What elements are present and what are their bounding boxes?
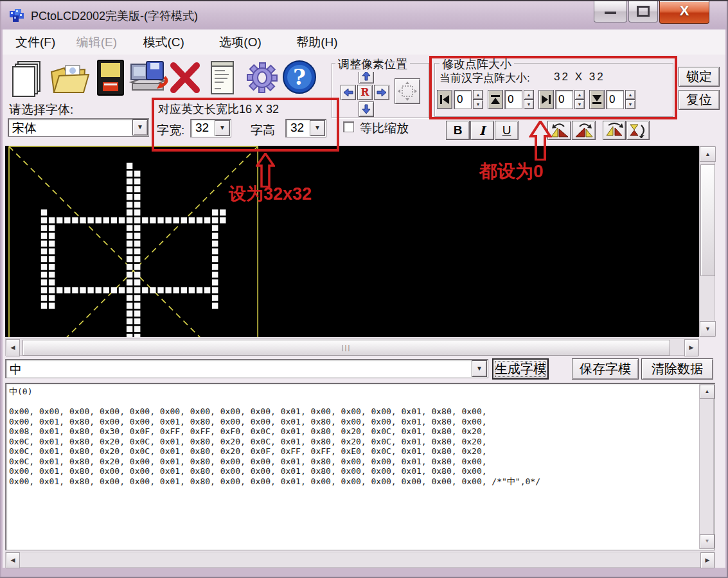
clear-data-label: 清除数据	[652, 362, 703, 376]
canvas-hscroll-thumb[interactable]: |||	[22, 340, 670, 356]
char-size-highlight-box	[152, 98, 339, 152]
maximize-button[interactable]	[628, 1, 658, 22]
char-input-dropdown-icon[interactable]: ▼	[472, 360, 487, 377]
output-hscrollbar[interactable]: ◀ ▶	[5, 552, 715, 568]
new-file-icon	[10, 59, 45, 98]
lock-button[interactable]: 锁定	[679, 67, 720, 87]
font-select-value: 宋体	[12, 120, 37, 137]
generate-font-label: 生成字模	[495, 362, 546, 376]
export-save-icon	[127, 59, 170, 98]
clear-data-button[interactable]: 清除数据	[641, 358, 713, 380]
dot-matrix-grid	[5, 146, 699, 337]
center-glyph-button[interactable]	[395, 78, 420, 104]
flip-vertical-button[interactable]	[626, 121, 650, 140]
canvas-vscrollbar[interactable]: ▲ ▼	[699, 146, 715, 337]
svg-text:?: ?	[293, 64, 306, 90]
scroll-left-icon[interactable]: ◀	[6, 339, 20, 356]
size-note-text: 设为32x32	[229, 182, 312, 206]
move-right-button[interactable]	[374, 85, 389, 100]
move-left-button[interactable]	[341, 85, 356, 100]
dot-matrix-canvas[interactable]	[5, 146, 699, 337]
scroll-up-icon[interactable]: ▲	[700, 146, 716, 162]
menu-bar: 文件(F) 编辑(E) 模式(C) 选项(O) 帮助(H)	[3, 30, 725, 55]
italic-button[interactable]: I	[470, 121, 494, 140]
char-input[interactable]: 中 ▼	[5, 359, 488, 378]
reset-button[interactable]: 复位	[679, 90, 720, 110]
flip-horizontal-button[interactable]	[603, 121, 626, 140]
save-font-button[interactable]: 保存字模	[572, 358, 639, 380]
menu-file[interactable]: 文件(F)	[6, 30, 64, 55]
menu-help[interactable]: 帮助(H)	[287, 30, 346, 55]
export-save-button[interactable]	[127, 59, 170, 100]
adjust-position-label: 调整像素位置	[335, 57, 410, 72]
up-arrow-icon	[361, 71, 371, 81]
reset-label: 复位	[686, 92, 712, 107]
delete-button[interactable]	[168, 60, 202, 98]
underline-label: U	[502, 123, 511, 137]
menu-edit[interactable]: 编辑(E)	[67, 30, 126, 55]
menu-mode[interactable]: 模式(C)	[134, 30, 193, 55]
down-arrow-icon	[361, 104, 371, 114]
app-window: { "window": { "title": "PCtoLCD2002完美版-(…	[0, 0, 728, 578]
flip-vertical-icon	[628, 123, 648, 138]
center-frame-icon	[397, 81, 418, 101]
bold-button[interactable]: B	[446, 121, 470, 140]
scroll-right-icon[interactable]: ▶	[684, 339, 698, 356]
settings-button[interactable]	[244, 59, 280, 99]
italic-label: I	[479, 123, 485, 137]
bold-label: B	[454, 123, 463, 137]
move-down-button[interactable]	[359, 101, 374, 117]
select-font-label: 请选择字体:	[9, 101, 73, 118]
lock-label: 锁定	[686, 69, 712, 83]
matrix-size-highlight-box	[429, 56, 677, 119]
close-button[interactable]: X	[659, 1, 709, 24]
notes-button[interactable]	[208, 59, 236, 99]
generate-font-button[interactable]: 生成字模	[492, 358, 549, 380]
canvas-hscrollbar[interactable]: ◀ ||| ▶	[5, 338, 699, 356]
new-file-button[interactable]	[10, 59, 45, 100]
delete-icon	[168, 60, 202, 95]
help-icon: ?	[281, 59, 317, 95]
notes-icon	[208, 59, 236, 96]
maximize-icon	[637, 6, 650, 17]
reset-position-button[interactable]: R	[357, 85, 373, 100]
rotate-right-button[interactable]	[572, 121, 596, 140]
proportional-scale-label: 等比缩放	[360, 120, 409, 137]
save-font-label: 保存字模	[580, 362, 631, 376]
open-file-icon	[50, 60, 90, 96]
right-arrow-icon	[377, 87, 387, 98]
save-icon	[95, 59, 126, 98]
zero-note-text: 都设为0	[479, 159, 544, 184]
output-text: 中(0) 0x00, 0x00, 0x00, 0x00, 0x00, 0x00,…	[6, 383, 715, 486]
scroll-up-icon[interactable]: ▲	[700, 385, 715, 399]
scroll-right-icon[interactable]: ▶	[700, 552, 715, 568]
help-button[interactable]: ?	[281, 59, 317, 98]
minimize-icon	[605, 12, 616, 14]
scroll-down-icon[interactable]: ▼	[700, 534, 715, 548]
minimize-button[interactable]	[594, 1, 627, 22]
save-button[interactable]	[95, 59, 126, 100]
flip-horizontal-icon	[605, 123, 624, 138]
window-title: PCtoLCD2002完美版-(字符模式)	[31, 1, 198, 30]
rotate-right-icon	[574, 123, 594, 138]
left-arrow-icon	[343, 87, 353, 98]
rotate-left-icon	[550, 123, 569, 138]
output-vscrollbar[interactable]: ▲ ▼	[699, 384, 714, 549]
proportional-scale-checkbox[interactable]	[343, 121, 354, 132]
open-file-button[interactable]	[50, 60, 90, 99]
r-label: R	[360, 86, 369, 98]
scroll-down-icon[interactable]: ▼	[700, 321, 716, 337]
settings-gear-icon	[244, 59, 280, 96]
font-select-dropdown-icon[interactable]: ▼	[132, 119, 148, 136]
output-textarea[interactable]: 中(0) 0x00, 0x00, 0x00, 0x00, 0x00, 0x00,…	[5, 383, 715, 550]
app-icon	[8, 7, 26, 25]
char-input-value: 中	[10, 362, 22, 378]
font-select[interactable]: 宋体 ▼	[8, 118, 149, 137]
scroll-left-icon[interactable]: ◀	[6, 552, 20, 568]
canvas-vscroll-thumb[interactable]	[700, 164, 715, 276]
underline-button[interactable]: U	[495, 121, 519, 140]
zero-note-arrow	[529, 121, 552, 161]
menu-options[interactable]: 选项(O)	[210, 30, 270, 55]
close-icon: X	[680, 3, 689, 19]
